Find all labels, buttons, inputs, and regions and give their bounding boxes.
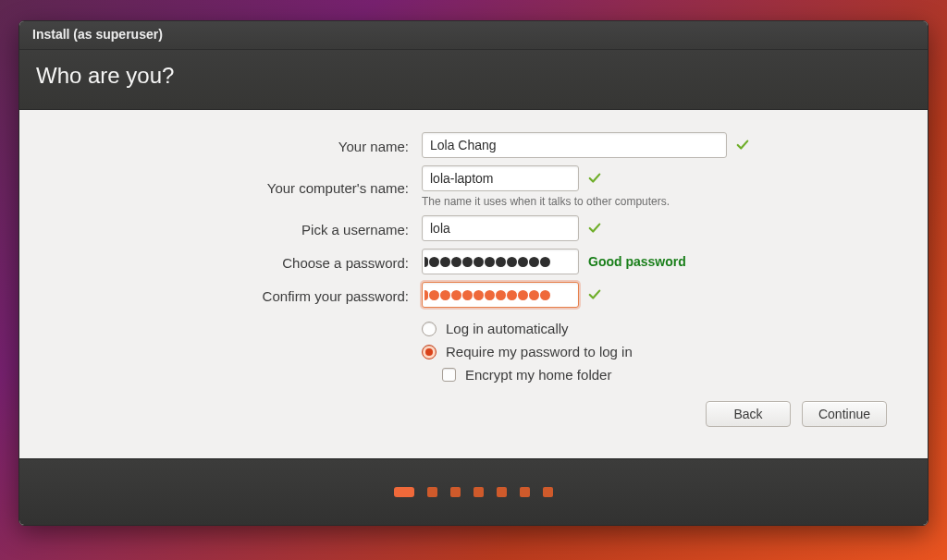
check-icon: [588, 172, 601, 185]
radio-icon: [422, 345, 437, 359]
window-title: Install (as superuser): [32, 27, 163, 42]
password-strength: Good password: [588, 254, 686, 269]
check-icon: [588, 288, 601, 301]
check-icon: [736, 139, 749, 152]
progress-dot[interactable]: [394, 487, 414, 497]
host-hint: The name it uses when it talks to other …: [422, 195, 904, 208]
name-input[interactable]: [422, 132, 727, 158]
continue-button[interactable]: Continue: [802, 401, 887, 427]
page-header: Who are you?: [19, 50, 928, 110]
progress-dot[interactable]: [427, 487, 437, 497]
page-title: Who are you?: [36, 63, 174, 88]
progress-dot[interactable]: [543, 487, 553, 497]
action-bar: Back Continue: [43, 383, 904, 444]
progress-dot[interactable]: [497, 487, 507, 497]
user-input[interactable]: [422, 215, 579, 241]
host-label: Your computer's name:: [43, 177, 409, 196]
login-require-label: Require my password to log in: [446, 344, 633, 359]
progress-dot[interactable]: [520, 487, 530, 497]
window-titlebar[interactable]: Install (as superuser): [19, 21, 928, 50]
login-auto-label: Log in automatically: [446, 321, 569, 336]
name-label: Your name:: [43, 136, 409, 154]
confirm-password-input[interactable]: [422, 282, 579, 308]
progress-dot[interactable]: [474, 487, 484, 497]
password-input[interactable]: [422, 249, 579, 274]
installer-window: Install (as superuser) Who are you? Your…: [18, 20, 929, 526]
back-button[interactable]: Back: [706, 401, 791, 427]
host-input[interactable]: [422, 165, 579, 191]
password-label: Choose a password:: [43, 252, 409, 271]
encrypt-home-option[interactable]: Encrypt my home folder: [422, 367, 904, 383]
check-icon: [588, 222, 601, 235]
progress-dots: [19, 458, 928, 525]
login-auto-option[interactable]: Log in automatically: [422, 321, 904, 336]
checkbox-icon: [442, 368, 456, 382]
form-area: Your name: Your computer's name: The nam…: [19, 110, 928, 458]
confirm-label: Confirm your password:: [43, 286, 409, 304]
user-label: Pick a username:: [43, 219, 409, 237]
login-require-option[interactable]: Require my password to log in: [422, 344, 904, 359]
radio-icon: [422, 322, 437, 336]
encrypt-home-label: Encrypt my home folder: [465, 367, 611, 383]
progress-dot[interactable]: [450, 487, 461, 497]
